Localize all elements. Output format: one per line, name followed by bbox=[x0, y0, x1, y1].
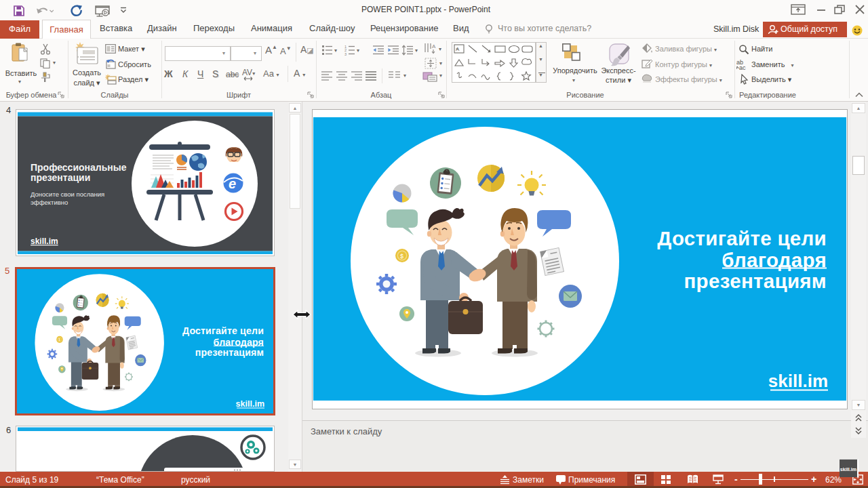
svg-text:A: A bbox=[432, 43, 436, 49]
svg-text:A: A bbox=[456, 46, 460, 52]
svg-text:презентации: презентации bbox=[31, 172, 90, 183]
svg-text:Профессиональные: Профессиональные bbox=[31, 162, 127, 173]
svg-text:3: 3 bbox=[344, 52, 347, 56]
svg-text:skill.im: skill.im bbox=[31, 237, 58, 246]
svg-text:skill.im: skill.im bbox=[840, 466, 856, 472]
svg-text:эффективно: эффективно bbox=[31, 199, 68, 206]
svg-text:Доносите свои послания: Доносите свои послания bbox=[31, 190, 104, 198]
svg-text:ac: ac bbox=[739, 64, 746, 70]
